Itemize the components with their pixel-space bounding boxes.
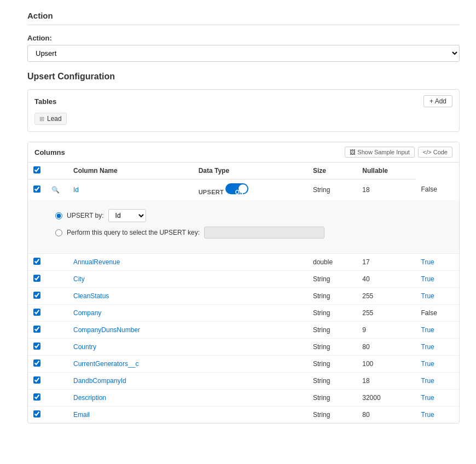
col-name-cell: Description xyxy=(68,390,193,407)
col-name-link[interactable]: CurrentGenerators__c xyxy=(73,360,138,368)
lead-table-tag[interactable]: ⊞ Lead xyxy=(34,113,67,125)
select-all-checkbox[interactable] xyxy=(33,166,40,173)
row-checkbox[interactable] xyxy=(33,326,40,333)
col-nullable: True xyxy=(416,288,459,305)
search-icon-cell xyxy=(46,356,68,373)
row-checkbox-cell xyxy=(28,339,46,356)
col-name-cell: Company xyxy=(68,305,193,322)
col-name-cell: CompanyDunsNumber xyxy=(68,322,193,339)
col-name-link[interactable]: Email xyxy=(73,411,90,419)
header-nullable: Nullable xyxy=(357,163,415,179)
table-row: CurrentGenerators__c String 100 True xyxy=(28,356,459,373)
action-section-title: Action xyxy=(27,5,460,25)
row-checkbox[interactable] xyxy=(33,359,40,367)
header-col-name xyxy=(46,163,68,179)
action-select[interactable]: Upsert Insert Update Delete xyxy=(27,45,460,62)
upsert-toggle[interactable] xyxy=(225,183,248,194)
search-icon-cell xyxy=(46,339,68,356)
table-row: DandbCompanyId String 18 True xyxy=(28,373,459,390)
col-data-type: String xyxy=(307,271,357,288)
col-name-link[interactable]: DandbCompanyId xyxy=(73,377,126,385)
upsert-by-radio-row: UPSERT by: Id Email xyxy=(55,209,443,222)
table-row: Email String 80 True xyxy=(28,407,459,424)
search-icon-cell xyxy=(46,322,68,339)
search-icon: 🔍 xyxy=(51,186,60,194)
col-size: 80 xyxy=(357,339,415,356)
toggle-slider xyxy=(225,183,248,194)
row-checkbox[interactable] xyxy=(33,376,40,384)
col-name-cell: Country xyxy=(68,339,193,356)
col-nullable: True xyxy=(416,322,459,339)
col-size: 32000 xyxy=(357,390,415,407)
col-upsert-cell: UPSERT ON xyxy=(193,179,307,200)
col-nullable: True xyxy=(416,254,459,271)
col-data-type: String xyxy=(307,356,357,373)
upsert-expanded-content: UPSERT by: Id Email Perform this query t… xyxy=(33,204,454,250)
row-checkbox[interactable] xyxy=(33,292,40,299)
col-name-link[interactable]: Id xyxy=(73,186,79,194)
col-name-link[interactable]: CompanyDunsNumber xyxy=(73,326,140,334)
table-row: Description String 32000 True xyxy=(28,390,459,407)
columns-scroll-container[interactable]: Column Name Data Type Size Nullable 🔍 Id… xyxy=(28,163,459,423)
code-button[interactable]: </> Code xyxy=(418,147,452,158)
header-data-type: Data Type xyxy=(193,163,307,179)
upsert-config-title: Upsert Configuration xyxy=(27,72,460,82)
row-checkbox[interactable] xyxy=(33,275,40,282)
col-data-type: String xyxy=(307,305,357,322)
header-column-name-label: Column Name xyxy=(68,163,193,179)
columns-label: Columns xyxy=(34,148,65,156)
col-nullable: True xyxy=(416,390,459,407)
search-icon-cell xyxy=(46,271,68,288)
table-row: Country String 80 True xyxy=(28,339,459,356)
lead-tag-label: Lead xyxy=(47,115,62,123)
columns-actions: 🖼 Show Sample Input </> Code xyxy=(345,147,452,158)
col-nullable: True xyxy=(416,356,459,373)
col-data-type: String xyxy=(307,288,357,305)
perform-query-label: Perform this query to select the UPSERT … xyxy=(67,229,200,236)
col-nullable: True xyxy=(416,407,459,424)
row-checkbox-cell xyxy=(28,179,46,200)
upsert-query-input[interactable] xyxy=(204,227,324,239)
col-size: 9 xyxy=(357,322,415,339)
row-checkbox[interactable] xyxy=(33,343,40,350)
col-upsert-cell xyxy=(193,288,307,305)
sample-input-icon: 🖼 xyxy=(350,149,356,155)
add-table-button[interactable]: + Add xyxy=(423,95,452,107)
col-name-link[interactable]: CleanStatus xyxy=(73,292,109,300)
perform-query-radio[interactable] xyxy=(55,229,62,236)
row-checkbox-cell xyxy=(28,407,46,424)
col-name-link[interactable]: Description xyxy=(73,394,106,402)
table-icon: ⊞ xyxy=(39,115,44,123)
row-checkbox[interactable] xyxy=(33,410,40,417)
upsert-by-select[interactable]: Id Email xyxy=(108,209,146,222)
row-checkbox[interactable] xyxy=(33,185,40,193)
row-checkbox[interactable] xyxy=(33,258,40,265)
col-nullable: True xyxy=(416,339,459,356)
col-upsert-cell xyxy=(193,322,307,339)
columns-tbody: 🔍 Id UPSERT ON String 18 False UPSERT by… xyxy=(28,179,459,424)
col-size: 18 xyxy=(357,179,415,200)
col-data-type: String xyxy=(307,407,357,424)
row-checkbox[interactable] xyxy=(33,393,40,401)
col-name-link[interactable]: Country xyxy=(73,343,96,351)
col-name-link[interactable]: Company xyxy=(73,309,101,317)
col-name-cell: Id xyxy=(68,179,193,200)
tables-header: Tables + Add xyxy=(34,95,452,107)
upsert-by-radio[interactable] xyxy=(55,212,62,219)
col-data-type: String xyxy=(307,322,357,339)
search-icon-cell xyxy=(46,390,68,407)
perform-query-radio-row: Perform this query to select the UPSERT … xyxy=(55,227,443,239)
table-row: City String 40 True xyxy=(28,271,459,288)
columns-section: Columns 🖼 Show Sample Input </> Code xyxy=(27,142,460,424)
col-name-link[interactable]: City xyxy=(73,275,85,283)
tables-section: Tables + Add ⊞ Lead xyxy=(27,89,460,132)
col-name-link[interactable]: AnnualRevenue xyxy=(73,258,120,266)
show-sample-input-button[interactable]: 🖼 Show Sample Input xyxy=(345,147,414,158)
row-checkbox[interactable] xyxy=(33,309,40,316)
col-upsert-cell xyxy=(193,407,307,424)
col-upsert-cell xyxy=(193,339,307,356)
col-data-type: String xyxy=(307,179,357,200)
col-size: 17 xyxy=(357,254,415,271)
header-size: Size xyxy=(307,163,357,179)
col-size: 255 xyxy=(357,305,415,322)
